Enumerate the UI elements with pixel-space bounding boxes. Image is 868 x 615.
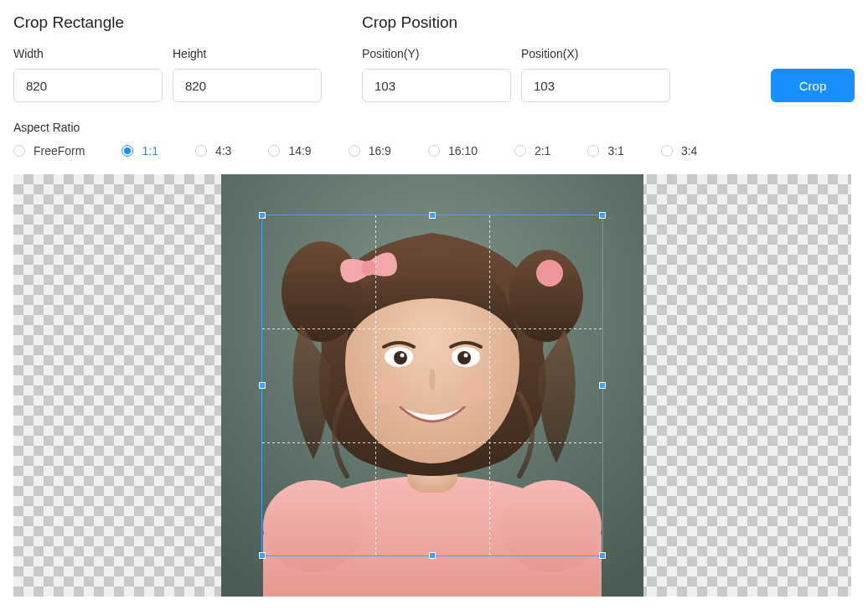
radio-dot: [349, 145, 360, 157]
aspect-radio-4-3[interactable]: 4:3: [195, 144, 231, 158]
radio-label: 2:1: [535, 144, 550, 158]
crop-handle-e[interactable]: [599, 382, 606, 389]
aspect-radio-3-1[interactable]: 3:1: [587, 144, 623, 158]
aspect-radio-3-4[interactable]: 3:4: [661, 144, 697, 158]
radio-dot: [121, 145, 133, 157]
height-label: Height: [173, 47, 322, 60]
radio-dot: [268, 145, 280, 157]
radio-label: 14:9: [288, 144, 311, 158]
radio-dot: [661, 145, 673, 157]
aspect-radio-1-1[interactable]: 1:1: [121, 144, 158, 158]
radio-dot: [428, 145, 440, 157]
crop-handle-n[interactable]: [429, 212, 436, 219]
aspect-radio-16-10[interactable]: 16:10: [428, 144, 478, 158]
crop-handle-se[interactable]: [599, 552, 606, 559]
crop-box[interactable]: [261, 214, 603, 556]
crop-position-title: Crop Position: [362, 13, 670, 32]
position-y-input[interactable]: [362, 69, 511, 102]
radio-label: FreeForm: [34, 144, 85, 158]
aspect-ratio-title: Aspect Ratio: [13, 121, 855, 134]
radio-label: 1:1: [142, 144, 158, 158]
position-x-input[interactable]: [521, 69, 670, 102]
crop-handle-s[interactable]: [429, 552, 436, 559]
width-input[interactable]: [13, 69, 163, 102]
aspect-radio-freeform[interactable]: FreeForm: [13, 144, 85, 158]
aspect-ratio-group: FreeForm1:14:314:916:916:102:13:13:4: [13, 144, 855, 158]
aspect-radio-14-9[interactable]: 14:9: [268, 144, 311, 158]
radio-label: 3:4: [681, 144, 697, 158]
radio-dot: [587, 145, 599, 157]
radio-dot: [514, 145, 526, 157]
radio-label: 16:9: [369, 144, 391, 158]
aspect-radio-2-1[interactable]: 2:1: [514, 144, 550, 158]
radio-label: 3:1: [607, 144, 623, 158]
width-label: Width: [13, 47, 163, 60]
position-x-label: Position(X): [521, 47, 670, 60]
crop-button[interactable]: Crop: [771, 69, 855, 102]
crop-grid-line: [489, 215, 490, 556]
crop-handle-ne[interactable]: [599, 212, 606, 219]
radio-label: 16:10: [448, 144, 478, 158]
height-input[interactable]: [173, 69, 322, 102]
aspect-radio-16-9[interactable]: 16:9: [349, 144, 391, 158]
crop-handle-nw[interactable]: [259, 212, 266, 219]
radio-dot: [13, 145, 25, 157]
crop-rectangle-title: Crop Rectangle: [13, 13, 322, 32]
image-canvas[interactable]: [13, 174, 851, 597]
crop-handle-w[interactable]: [259, 382, 266, 389]
crop-grid-line: [262, 328, 602, 329]
position-y-label: Position(Y): [362, 47, 511, 60]
crop-grid-line: [375, 215, 376, 556]
radio-dot: [195, 145, 207, 157]
radio-label: 4:3: [215, 144, 231, 158]
crop-handle-sw[interactable]: [259, 552, 266, 559]
crop-grid-line: [262, 442, 602, 443]
